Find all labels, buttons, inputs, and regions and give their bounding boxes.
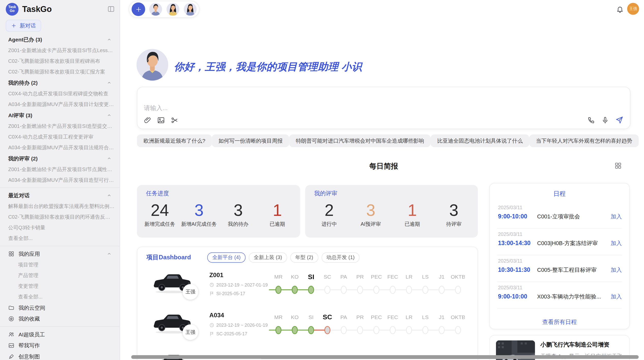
member-avatar-2[interactable] [167, 3, 179, 16]
join-link[interactable]: 加入 [611, 293, 622, 301]
stat-label: 已逾期 [391, 221, 433, 228]
sidebar-item-folder[interactable]: 我的云空间 [0, 302, 120, 313]
sidebar-app-item[interactable]: 项目管理 [0, 259, 120, 270]
sidebar-item[interactable]: C02-飞腾新能源轻客改款项目立项汇报方案 [0, 67, 120, 77]
suggestion-chip[interactable]: 特朗普可能对进口汽车增税会对中国车企造成哪些影响 [289, 134, 431, 147]
project-date-range: 2023-12-19 ~ 2026-01-19 [209, 323, 268, 327]
plus-icon [135, 6, 142, 12]
assistant-avatar [137, 49, 168, 81]
sidebar-section-header-3[interactable]: 我的评审 (2) [0, 153, 120, 164]
sidebar-ai-tools: AI超级员工帮我写作创意制图 [0, 329, 120, 360]
sidebar-tool-write[interactable]: 帮我写作 [0, 340, 120, 351]
composer-left-tools [143, 116, 178, 124]
stat-value: 3 [350, 201, 391, 219]
sidebar-section-header-1[interactable]: 我的待办 (2) [0, 77, 120, 88]
sidebar-app-item[interactable]: 查看全部... [0, 291, 120, 302]
sidebar-app-item[interactable]: 变更管理 [0, 281, 120, 291]
people-icon [8, 331, 14, 337]
new-chat-button[interactable]: 新对话 [6, 20, 41, 32]
sidebar-item[interactable]: Z001-全新燃油皮卡产品开发项目SI节点Lesson Learn报告 [0, 45, 120, 56]
sidebar-app-item[interactable]: 产品管理 [0, 270, 120, 281]
schedule-date: 2025/03/11 [498, 285, 522, 291]
voice-call-icon[interactable] [587, 116, 595, 124]
tool-label: AI超级员工 [19, 331, 45, 338]
sidebar-item-my-apps[interactable]: 我的应用 [0, 248, 120, 260]
layout-grid-icon[interactable] [614, 162, 622, 169]
composer-right-tools [587, 116, 623, 124]
svg-text:MR: MR [274, 314, 283, 320]
project-date-range: 2023-12-19 ~ 2027-01-19 [209, 282, 268, 287]
flag-text: SI-2025-05-17 [216, 291, 245, 296]
stat-column: 3待评审 [433, 201, 475, 228]
user-avatar-badge[interactable]: 王强 [627, 3, 639, 15]
sidebar-tool-people[interactable]: AI超级员工 [0, 329, 120, 340]
sidebar-item[interactable]: 解释最新出台的欧盟报废车法规再生塑料比例被调至15%... [0, 201, 120, 212]
add-member-button[interactable] [131, 3, 145, 16]
sidebar-item[interactable]: C02-飞腾新能源轻客改款项目的闭环通告反馈情况 [0, 212, 120, 222]
assistant-greeting: 你好，王强，我是你的项目管理助理 小识 [174, 60, 362, 73]
sidebar-tool-draw[interactable]: 创意制图 [0, 351, 120, 360]
sidebar-item[interactable]: 公司Q3轻卡销量 [0, 222, 120, 233]
sidebar-header: Task Go TaskGo [0, 0, 120, 18]
sidebar-recent-header[interactable]: 最近对话 [0, 190, 120, 201]
schedule-time: 10:30-11:30 [498, 266, 530, 273]
member-avatars [149, 3, 197, 16]
suggestion-chip[interactable]: 比亚迪全固态电池计划具体说了什么 [431, 134, 529, 147]
dashboard-tab[interactable]: 全新平台 (4) [207, 252, 245, 263]
sidebar-item[interactable]: Z001-全新燃油轻卡产品开发项目SI节点属性5D文件评审 [0, 164, 120, 175]
stat-label: 已逾期 [258, 221, 297, 228]
stat-value: 1 [391, 201, 433, 219]
horizontal-scrollbar[interactable] [131, 355, 639, 359]
join-link[interactable]: 加入 [611, 240, 622, 247]
sidebar-links: 我的云空间我的收藏 [0, 302, 120, 324]
schedule-item: 2025/03/1113:00-14:30C003|H0B-方案冻结评审加入 [497, 229, 622, 255]
app-title: TaskGo [22, 4, 104, 14]
clock-icon [209, 282, 214, 287]
dashboard-tab[interactable]: 年型 (2) [290, 252, 318, 263]
sidebar-item[interactable]: Z001-全新燃油轻卡产品开发项目SI造型提交物评审 [0, 121, 120, 131]
attach-file-icon[interactable] [143, 116, 151, 124]
member-avatar-1[interactable] [149, 3, 162, 16]
insert-image-icon[interactable] [157, 116, 165, 124]
project-flag-milestone: SI-2025-05-17 [209, 291, 245, 296]
view-all-schedule-link[interactable]: 查看所有日程 [490, 319, 629, 326]
schedule-date: 2025/03/11 [498, 205, 522, 211]
sidebar-collapse-icon[interactable] [107, 5, 115, 13]
svg-text:PA: PA [340, 314, 347, 320]
chevron-up-icon [107, 156, 111, 161]
project-owner-chip: 王强 [183, 284, 198, 299]
sidebar-item[interactable]: A034-全新新能源MUV产品开发项目法规符合性评审 [0, 142, 120, 153]
dashboard-tab[interactable]: 全新上装 (3) [249, 252, 287, 263]
dashboard-header: 项目Dashboard 全新平台 (4)全新上装 (3)年型 (2)动总开发 (… [137, 247, 477, 263]
member-avatar-3[interactable] [184, 3, 197, 16]
svg-text:PEC: PEC [371, 314, 382, 320]
sidebar-item[interactable]: 查看全部... [0, 233, 120, 244]
sidebar-item-star[interactable]: 我的收藏 [0, 313, 120, 324]
svg-text:SI: SI [309, 314, 314, 320]
suggestion-chip[interactable]: 如何写一份清晰的项目周报 [212, 134, 289, 147]
svg-text:PEC: PEC [371, 274, 382, 280]
sidebar-section-header-0[interactable]: Agent已办 (3) [0, 34, 120, 45]
sidebar-item[interactable]: C0X4-动力总成开发项目工程变更评审 [0, 131, 120, 142]
chat-composer[interactable]: 请输入... [137, 87, 630, 129]
screenshot-icon[interactable] [171, 116, 179, 124]
project-flag-milestone: SC-2025-05-17 [209, 331, 247, 336]
send-icon[interactable] [615, 116, 623, 124]
join-link[interactable]: 加入 [611, 213, 622, 220]
sidebar-item[interactable]: A034-全新新能源MUV产品开发项目计划变更表编写 [0, 99, 120, 110]
sidebar-item[interactable]: C0X4-动力总成开发项目SI里程碑提交物检查 [0, 88, 120, 99]
sidebar-item[interactable]: A034-全新新能源MUV产品开发项目造型可行性评审 [0, 175, 120, 185]
stat-row: 24新增完成任务3新增AI完成任务3我的待办1已逾期 [137, 201, 300, 228]
join-link[interactable]: 加入 [611, 266, 622, 274]
suggestion-chip[interactable]: 欧洲新规最近颁布了什么? [137, 134, 212, 147]
stat-value: 3 [218, 201, 258, 219]
suggestion-chip[interactable]: 当下年轻人对汽车外观有怎样的喜好趋势 [529, 134, 639, 147]
svg-text:PA: PA [340, 274, 347, 280]
sidebar-section-header-2[interactable]: AI评审 (3) [0, 110, 120, 121]
microphone-icon[interactable] [601, 116, 609, 124]
notification-bell-icon[interactable] [616, 5, 624, 13]
dashboard-tab[interactable]: 动总开发 (1) [321, 252, 360, 263]
schedule-item: 2025/03/119:00-10:00X003-车辆动力学性能验...加入 [497, 282, 622, 309]
schedule-item: 2025/03/119:00-10:00C001-立项审批会加入 [497, 202, 622, 229]
sidebar-item[interactable]: C02-飞腾新能源轻客改款项目里程碑画布 [0, 56, 120, 67]
